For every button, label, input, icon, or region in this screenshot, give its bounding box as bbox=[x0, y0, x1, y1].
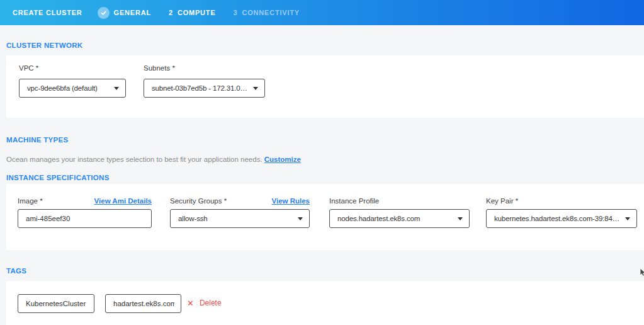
instance-profile-select[interactable]: nodes.hadartest.ek8s.com bbox=[329, 209, 470, 228]
wizard-header: CREATE CLUSTER GENERAL 2 COMPUTE 3 CONNE… bbox=[0, 0, 644, 25]
step-connectivity[interactable]: 3 CONNECTIVITY bbox=[234, 9, 300, 16]
vpc-select-value: vpc-9dee6bfa (default) bbox=[27, 84, 109, 92]
instance-profile-label: Instance Profile bbox=[329, 197, 379, 205]
mouse-cursor-icon bbox=[640, 268, 644, 277]
cluster-network-card: VPC * vpc-9dee6bfa (default) Subnets * s… bbox=[6, 55, 644, 118]
section-title-tags: TAGS bbox=[6, 267, 26, 275]
customize-link[interactable]: Customize bbox=[264, 156, 301, 163]
step-general-label: GENERAL bbox=[114, 9, 151, 16]
subnets-select[interactable]: subnet-03b7ed5b - 172.31.0.0/20 ... bbox=[144, 79, 265, 98]
wizard-steps: GENERAL 2 COMPUTE 3 CONNECTIVITY bbox=[98, 7, 300, 19]
chevron-down-icon bbox=[458, 217, 463, 220]
key-pair-select-value: kubernetes.hadartest.ek8s.com-39:84:a5:9… bbox=[494, 215, 620, 222]
chevron-down-icon bbox=[298, 217, 303, 220]
tags-card: ✕ Delete bbox=[6, 281, 644, 325]
tag-value-input[interactable] bbox=[105, 294, 181, 313]
machine-types-description: Ocean manages your instance types select… bbox=[6, 156, 301, 163]
image-input[interactable] bbox=[18, 209, 152, 228]
view-rules-link[interactable]: View Rules bbox=[271, 197, 310, 205]
image-label: Image * bbox=[18, 197, 43, 205]
section-title-cluster-network: CLUSTER NETWORK bbox=[6, 42, 82, 49]
chevron-down-icon bbox=[625, 217, 630, 220]
chevron-down-icon bbox=[253, 87, 258, 90]
delete-tag-button[interactable]: ✕ Delete bbox=[187, 299, 222, 307]
security-groups-select-value: allow-ssh bbox=[178, 215, 293, 222]
subnets-label: Subnets * bbox=[144, 64, 175, 72]
wizard-title: CREATE CLUSTER bbox=[13, 9, 82, 16]
instance-profile-select-value: nodes.hadartest.ek8s.com bbox=[337, 215, 453, 222]
security-groups-select[interactable]: allow-ssh bbox=[170, 209, 310, 228]
subnets-select-value: subnet-03b7ed5b - 172.31.0.0/20 ... bbox=[152, 84, 248, 92]
section-title-machine-types: MACHINE TYPES bbox=[6, 136, 68, 144]
security-groups-label: Security Groups * bbox=[170, 197, 227, 205]
step-compute[interactable]: 2 COMPUTE bbox=[169, 9, 216, 16]
vpc-label: VPC * bbox=[19, 64, 38, 72]
create-cluster-screen: CREATE CLUSTER GENERAL 2 COMPUTE 3 CONNE… bbox=[0, 0, 644, 325]
security-groups-label-row: Security Groups * View Rules bbox=[170, 197, 310, 205]
step-compute-label: COMPUTE bbox=[178, 9, 216, 16]
tag-key-input[interactable] bbox=[18, 294, 94, 313]
image-label-row: Image * View Ami Details bbox=[18, 197, 152, 205]
x-icon: ✕ bbox=[187, 299, 194, 307]
step-connectivity-label: CONNECTIVITY bbox=[242, 9, 300, 16]
key-pair-select[interactable]: kubernetes.hadartest.ek8s.com-39:84:a5:9… bbox=[486, 209, 637, 228]
step-general[interactable]: GENERAL bbox=[98, 7, 151, 19]
machine-types-description-text: Ocean manages your instance types select… bbox=[6, 156, 263, 163]
section-title-instance-specifications: INSTANCE SPECIFICATIONS bbox=[6, 174, 110, 181]
check-icon bbox=[98, 7, 110, 19]
step-compute-number: 2 bbox=[169, 9, 173, 16]
instance-specifications-card: Image * View Ami Details Security Groups… bbox=[6, 184, 644, 250]
delete-tag-label: Delete bbox=[200, 299, 222, 307]
key-pair-label: Key Pair * bbox=[486, 197, 518, 205]
step-connectivity-number: 3 bbox=[234, 9, 238, 16]
vpc-select[interactable]: vpc-9dee6bfa (default) bbox=[19, 79, 126, 98]
chevron-down-icon bbox=[114, 87, 119, 90]
view-ami-details-link[interactable]: View Ami Details bbox=[94, 197, 152, 205]
